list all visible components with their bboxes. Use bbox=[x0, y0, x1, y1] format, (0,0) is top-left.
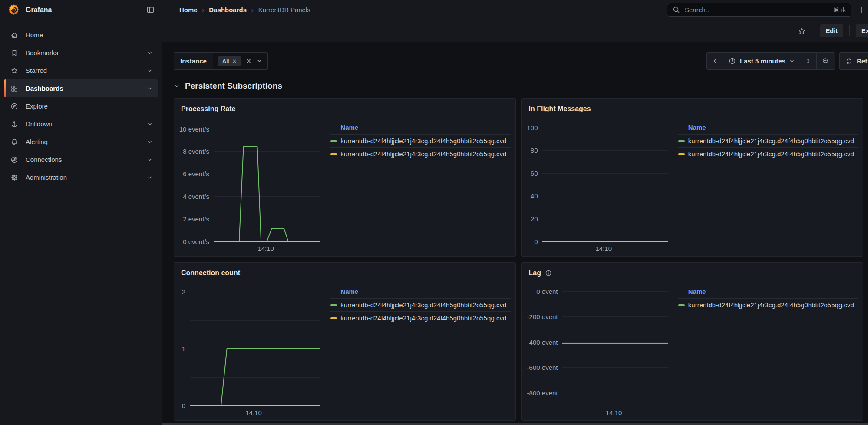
breadcrumb-home[interactable]: Home bbox=[179, 6, 198, 13]
sidebar-item-label: Bookmarks bbox=[26, 49, 58, 56]
time-range-picker[interactable]: Last 5 minutes bbox=[723, 53, 800, 69]
instance-filter-chip[interactable]: All bbox=[218, 56, 241, 66]
favorite-star-button[interactable] bbox=[796, 25, 808, 37]
search-box[interactable]: ⌘+k bbox=[667, 3, 851, 17]
search-input[interactable] bbox=[684, 6, 829, 14]
top-bar: Grafana Home › Dashboards › KurrentDB Pa… bbox=[0, 0, 868, 20]
chevron-down-icon[interactable] bbox=[147, 86, 152, 91]
time-shift-back-button[interactable] bbox=[707, 53, 723, 69]
chevron-down-icon[interactable] bbox=[147, 68, 152, 73]
sidebar-item-drilldown[interactable]: Drilldown bbox=[4, 115, 158, 133]
sidebar-item-label: Administration bbox=[26, 174, 67, 181]
chevron-down-icon bbox=[789, 59, 795, 64]
sidebar-item-bookmarks[interactable]: Bookmarks bbox=[4, 44, 158, 62]
panel-header[interactable]: Connection count bbox=[174, 263, 515, 281]
legend-row[interactable]: kurrentdb-d24f4hljjcle21j4r3cg.d24f4h5g0… bbox=[678, 147, 858, 160]
breadcrumb-separator: › bbox=[202, 7, 205, 13]
panel-title: In Flight Messages bbox=[529, 105, 591, 113]
panel-title: Lag bbox=[529, 269, 541, 277]
sidebar-item-administration[interactable]: Administration bbox=[4, 168, 158, 186]
time-series-chart[interactable]: 01214:10 bbox=[179, 283, 322, 417]
sidebar-item-label: Connections bbox=[26, 156, 62, 163]
info-icon[interactable] bbox=[545, 270, 552, 277]
legend-row[interactable]: kurrentdb-d24f4hljjcle21j4r3cg.d24f4h5g0… bbox=[678, 298, 858, 311]
sidebar-item-alerting[interactable]: Alerting bbox=[4, 133, 158, 151]
time-controls: Last 5 minutes bbox=[706, 52, 868, 70]
zoom-out-time-button[interactable] bbox=[816, 53, 835, 69]
panel-header[interactable]: Processing Rate bbox=[174, 99, 515, 117]
connections-link-icon bbox=[10, 156, 18, 164]
time-series-chart[interactable]: 0 event-200 event-400 event-600 event-80… bbox=[527, 283, 670, 417]
series-marker bbox=[678, 153, 685, 155]
search-icon bbox=[673, 6, 680, 13]
divider bbox=[849, 25, 850, 36]
drilldown-icon bbox=[10, 120, 18, 128]
legend-column-header[interactable]: Name bbox=[678, 124, 858, 131]
series-marker bbox=[678, 304, 685, 306]
series-marker bbox=[330, 140, 337, 142]
legend-row[interactable]: kurrentdb-d24f4hljjcle21j4r3cg.d24f4h5g0… bbox=[678, 134, 858, 147]
legend-row[interactable]: kurrentdb-d24f4hljjcle21j4r3cg.d24f4h5g0… bbox=[330, 147, 511, 160]
breadcrumb-dashboards[interactable]: Dashboards bbox=[209, 6, 247, 13]
chevron-down-icon[interactable] bbox=[147, 175, 152, 180]
sidebar-item-home[interactable]: Home bbox=[4, 26, 158, 44]
export-button[interactable]: Export bbox=[856, 24, 868, 37]
panel-processing-rate: Processing Rate 0 event/s2 event/s4 even… bbox=[174, 98, 516, 257]
time-series-chart[interactable]: 02040608010014:10 bbox=[527, 119, 670, 253]
sidebar-item-explore[interactable]: Explore bbox=[4, 97, 158, 115]
sidebar-item-starred[interactable]: Starred bbox=[4, 62, 158, 79]
panel-connection-count: Connection count 01214:10 Name kurrentdb… bbox=[174, 262, 516, 421]
instance-filter-value[interactable]: All bbox=[213, 53, 268, 69]
refresh-button[interactable]: Refresh bbox=[839, 52, 868, 70]
add-new-icon[interactable] bbox=[858, 6, 865, 14]
time-series-chart[interactable]: 0 event/s2 event/s4 event/s6 event/s8 ev… bbox=[179, 119, 322, 253]
breadcrumb-separator: › bbox=[251, 7, 254, 13]
legend-column-header[interactable]: Name bbox=[330, 124, 511, 131]
legend-column-header[interactable]: Name bbox=[330, 288, 511, 295]
series-name: kurrentdb-d24f4hljjcle21j4r3cg.d24f4h5g0… bbox=[688, 301, 854, 309]
edit-button[interactable]: Edit bbox=[820, 24, 843, 37]
dashboard-canvas: Instance All bbox=[162, 42, 868, 425]
chevron-down-icon[interactable] bbox=[257, 58, 262, 64]
chevron-down-icon[interactable] bbox=[147, 50, 152, 56]
gear-icon bbox=[10, 174, 18, 181]
series-name: kurrentdb-d24f4hljjcle21j4r3cg.d24f4h5g0… bbox=[688, 150, 854, 158]
chevron-down-icon[interactable] bbox=[147, 122, 152, 127]
sidebar-item-dashboards[interactable]: Dashboards bbox=[4, 79, 158, 97]
panel-lag: Lag 0 event-200 event-400 event-600 even… bbox=[521, 262, 864, 421]
dashboards-grid-icon bbox=[10, 85, 18, 92]
app-title: Grafana bbox=[26, 6, 52, 14]
main-area: Edit Export Instance All bbox=[162, 20, 868, 425]
brand-block: Grafana bbox=[0, 4, 162, 16]
sidebar-item-label: Drilldown bbox=[26, 120, 53, 128]
dock-sidebar-icon[interactable] bbox=[146, 6, 155, 14]
chart-legend: Name kurrentdb-d24f4hljjcle21j4r3cg.d24f… bbox=[322, 119, 511, 253]
grafana-logo-icon[interactable] bbox=[8, 4, 20, 16]
row-persistent-subscriptions[interactable]: Persistent Subscriptions bbox=[174, 81, 863, 91]
time-shift-forward-button[interactable] bbox=[800, 53, 816, 69]
series-marker bbox=[330, 304, 337, 306]
sidebar-item-label: Explore bbox=[26, 102, 48, 110]
panels-grid: Processing Rate 0 event/s2 event/s4 even… bbox=[174, 98, 863, 421]
sidebar-item-connections[interactable]: Connections bbox=[4, 151, 158, 168]
clear-all-icon[interactable] bbox=[246, 58, 251, 64]
series-marker bbox=[330, 317, 337, 319]
refresh-icon bbox=[845, 57, 853, 65]
panel-header[interactable]: Lag bbox=[522, 263, 863, 281]
panel-in-flight-messages: In Flight Messages 02040608010014:10 Nam… bbox=[521, 98, 864, 257]
legend-row[interactable]: kurrentdb-d24f4hljjcle21j4r3cg.d24f4h5g0… bbox=[330, 298, 511, 311]
legend-row[interactable]: kurrentdb-d24f4hljjcle21j4r3cg.d24f4h5g0… bbox=[330, 311, 511, 324]
chevron-down-icon[interactable] bbox=[147, 157, 152, 162]
legend-column-header[interactable]: Name bbox=[678, 288, 858, 295]
chevron-down-icon[interactable] bbox=[147, 139, 152, 145]
horizontal-scrollbar[interactable] bbox=[162, 423, 868, 425]
panel-header[interactable]: In Flight Messages bbox=[522, 99, 863, 117]
dashboard-actions-bar: Edit Export bbox=[162, 20, 868, 42]
remove-chip-icon[interactable] bbox=[232, 59, 237, 63]
home-icon bbox=[10, 31, 18, 39]
panel-title: Connection count bbox=[181, 269, 240, 277]
legend-row[interactable]: kurrentdb-d24f4hljjcle21j4r3cg.d24f4h5g0… bbox=[330, 134, 511, 147]
sidebar-item-label: Starred bbox=[26, 67, 47, 74]
refresh-label: Refresh bbox=[857, 57, 868, 65]
grafana-app: Grafana Home › Dashboards › KurrentDB Pa… bbox=[0, 0, 868, 425]
